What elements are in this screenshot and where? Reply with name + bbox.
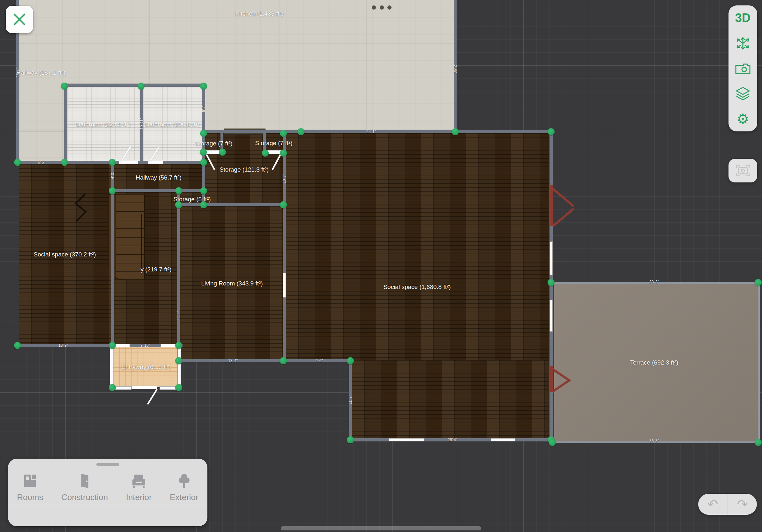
corner-handle[interactable] [14,159,21,166]
corner-handle[interactable] [61,159,68,166]
undo-button[interactable]: ↶ [698,494,728,515]
french-door-jamb[interactable] [549,185,553,226]
corner-handle[interactable] [548,128,555,135]
corner-handle[interactable] [200,187,207,194]
corner-handle[interactable] [297,128,304,135]
tab-rooms[interactable]: Rooms [17,472,43,502]
corner-handle[interactable] [347,436,354,443]
french-door-leaf[interactable] [552,208,574,228]
corner-handle[interactable] [200,149,207,156]
corner-handle[interactable] [61,83,68,90]
corner-handle[interactable] [280,201,287,208]
undo-icon: ↶ [708,497,718,511]
redo-button[interactable]: ↷ [728,494,757,515]
layers-button[interactable] [728,81,757,106]
corner-handle[interactable] [280,130,287,137]
corner-handle[interactable] [175,201,182,208]
view-3d-button[interactable]: 3D [728,5,757,31]
french-door-leaf[interactable] [552,188,574,207]
room-label: Social space (370.2 ft²) [34,251,96,258]
wall-segment[interactable] [111,189,205,192]
catalog-panel: Rooms Construction Interior Exterior [8,459,207,526]
dimension-label: 6' 6" [38,160,45,165]
corner-handle[interactable] [14,342,21,349]
corner-handle[interactable] [280,357,287,364]
room-label: Bathroom (100.6 ft²) [145,121,199,128]
corner-handle[interactable] [109,159,116,166]
corner-handle[interactable] [175,384,182,391]
corner-handle[interactable] [109,384,116,391]
corner-handle[interactable] [452,128,459,135]
tab-exterior-label: Exterior [170,493,198,502]
tab-interior[interactable]: Interior [126,472,152,502]
screenshot-button-disabled[interactable] [728,159,757,182]
corner-handle[interactable] [175,357,182,364]
wall-segment[interactable] [177,189,180,362]
corner-handle[interactable] [548,279,555,286]
door-icon [76,472,94,490]
door[interactable] [131,386,157,389]
tab-interior-label: Interior [126,493,152,502]
window[interactable] [178,347,181,387]
corner-handle[interactable] [219,149,226,156]
wall-segment[interactable] [203,130,552,133]
corner-handle[interactable] [137,83,145,90]
corner-handle[interactable] [175,187,182,194]
room-label: Storage (7 ft²) [195,140,232,147]
corner-handle[interactable] [200,130,207,137]
move-3d-button[interactable] [728,31,757,56]
dimension-label: 30' 3" [649,280,659,284]
horizontal-scrollbar[interactable] [281,526,481,530]
wall-segment[interactable] [64,84,67,164]
room-label: Hallway (56.7 ft²) [136,174,182,181]
window[interactable] [550,300,553,332]
corner-handle[interactable] [200,83,207,90]
corner-handle[interactable] [347,357,354,364]
wall-segment[interactable] [64,84,205,87]
dimension-label: 36' 3" [649,438,659,443]
stair-direction-zigzag [72,191,91,227]
corner-handle[interactable] [109,187,116,194]
corner-handle[interactable] [175,342,182,349]
rooms-icon [21,472,39,490]
room-label: Storage (121.3 ft²) [219,166,269,173]
stair-handrail [141,214,142,272]
window[interactable] [491,438,515,441]
room-floor-social-space-2-ext[interactable] [352,361,550,439]
terrace-wall-segment[interactable] [758,282,760,443]
room-label: Bathroom (124.5 ft²) [76,121,130,128]
floor-plan-canvas[interactable]: 26' 4"36' 2"25' 1"10' 11"6' 7"6' 6"4' 3"… [0,0,762,532]
window[interactable] [550,241,553,275]
dot-icon [387,5,392,10]
corner-handle[interactable] [109,342,116,349]
settings-button[interactable]: ⚙ [728,106,757,131]
redo-icon: ↷ [737,497,748,511]
dimension-label: 10' 11" [139,118,144,129]
door[interactable] [205,150,221,154]
dimension-label: 18' 4" [228,359,238,363]
window[interactable] [389,438,424,441]
corner-handle[interactable] [755,279,762,286]
close-button[interactable] [6,6,33,33]
dimension-label: 22' 9" [177,311,181,320]
move-3d-icon [734,35,751,52]
room-floor-social-space-2[interactable] [286,133,550,361]
corner-handle[interactable] [549,439,556,446]
panel-drag-handle[interactable] [96,463,119,466]
corner-handle[interactable] [755,439,762,446]
more-options-button[interactable] [372,3,392,12]
wall-segment[interactable] [177,359,352,362]
window[interactable] [283,273,286,298]
tab-exterior[interactable]: Exterior [170,472,198,502]
wall-segment[interactable] [177,203,286,206]
window[interactable] [110,347,113,387]
camera-button[interactable] [728,56,757,81]
corner-handle[interactable] [200,159,207,166]
room-label: Living Room (343.9 ft²) [201,280,263,287]
catalog-tabs: Rooms Construction Interior Exterior [8,472,207,502]
corner-handle[interactable] [262,150,269,157]
corner-handle[interactable] [280,150,287,157]
corner-handle[interactable] [200,201,207,208]
window[interactable] [114,344,130,347]
tab-construction[interactable]: Construction [61,472,108,502]
